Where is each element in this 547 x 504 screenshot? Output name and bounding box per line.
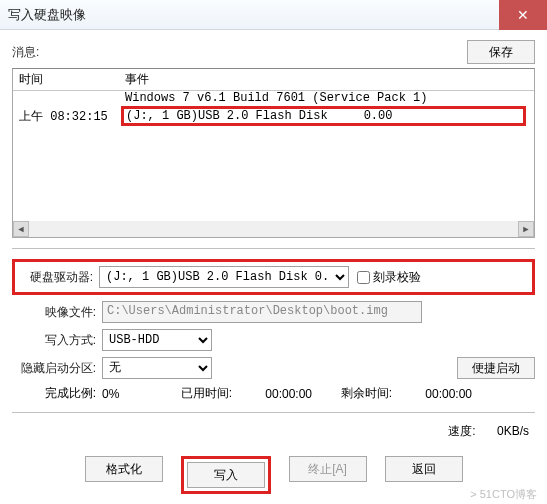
close-button[interactable]: ✕ — [499, 0, 547, 30]
method-label: 写入方式: — [12, 332, 102, 349]
speed-label: 速度: — [448, 424, 475, 438]
convenient-boot-button[interactable]: 便捷启动 — [457, 357, 535, 379]
form-area: 硬盘驱动器: (J:, 1 GB)USB 2.0 Flash Disk 0.00… — [12, 259, 535, 494]
drive-label: 硬盘驱动器: — [21, 269, 99, 286]
button-row: 格式化 写入 终止[A] 返回 — [12, 456, 535, 494]
write-highlight: 写入 — [181, 456, 271, 494]
log-time-cell: 上午 08:32:15 — [13, 108, 121, 125]
progress-row: 完成比例: 0% 已用时间: 00:00:00 剩余时间: 00:00:00 — [12, 385, 535, 402]
window-title: 写入硬盘映像 — [8, 6, 86, 24]
speed-value: 0KB/s — [479, 424, 529, 438]
method-row: 写入方式: USB-HDD — [12, 329, 535, 351]
format-button[interactable]: 格式化 — [85, 456, 163, 482]
percent-value: 0% — [102, 387, 172, 401]
drive-row: 硬盘驱动器: (J:, 1 GB)USB 2.0 Flash Disk 0.00… — [12, 259, 535, 295]
write-button[interactable]: 写入 — [187, 462, 265, 488]
scroll-track[interactable] — [29, 221, 518, 237]
back-button[interactable]: 返回 — [385, 456, 463, 482]
save-button[interactable]: 保存 — [467, 40, 535, 64]
log-event-cell: Windows 7 v6.1 Build 7601 (Service Pack … — [121, 91, 534, 105]
horizontal-scrollbar[interactable]: ◄ ► — [13, 221, 534, 237]
drive-select[interactable]: (J:, 1 GB)USB 2.0 Flash Disk 0.00 — [99, 266, 349, 288]
watermark: > 51CTO博客 — [470, 487, 537, 502]
log-rows: Windows 7 v6.1 Build 7601 (Service Pack … — [13, 91, 534, 127]
hidden-row: 隐藏启动分区: 无 便捷启动 — [12, 357, 535, 379]
log-header: 时间 事件 — [13, 69, 534, 91]
verify-checkbox-wrap[interactable]: 刻录校验 — [357, 269, 421, 286]
elapsed-label: 已用时间: — [172, 385, 232, 402]
log-row: Windows 7 v6.1 Build 7601 (Service Pack … — [13, 91, 534, 105]
remain-value: 00:00:00 — [392, 387, 472, 401]
verify-checkbox[interactable] — [357, 271, 370, 284]
divider — [12, 412, 535, 413]
image-path-field: C:\Users\Administrator\Desktop\boot.img — [102, 301, 422, 323]
scroll-left-icon[interactable]: ◄ — [13, 221, 29, 237]
image-label: 映像文件: — [12, 304, 102, 321]
info-row: 消息: 保存 — [12, 40, 535, 64]
hidden-select[interactable]: 无 — [102, 357, 212, 379]
remain-label: 剩余时间: — [312, 385, 392, 402]
close-icon: ✕ — [517, 7, 529, 23]
percent-label: 完成比例: — [12, 385, 102, 402]
titlebar: 写入硬盘映像 ✕ — [0, 0, 547, 30]
log-row: 上午 08:32:15 (J:, 1 GB)USB 2.0 Flash Disk… — [13, 105, 534, 127]
method-select[interactable]: USB-HDD — [102, 329, 212, 351]
log-col-event: 事件 — [121, 71, 534, 88]
divider — [12, 248, 535, 249]
log-col-time: 时间 — [13, 71, 121, 88]
log-listbox[interactable]: 时间 事件 Windows 7 v6.1 Build 7601 (Service… — [12, 68, 535, 238]
elapsed-value: 00:00:00 — [232, 387, 312, 401]
log-event-cell: (J:, 1 GB)USB 2.0 Flash Disk 0.00 — [121, 106, 526, 126]
dialog-body: 消息: 保存 时间 事件 Windows 7 v6.1 Build 7601 (… — [0, 30, 547, 504]
image-row: 映像文件: C:\Users\Administrator\Desktop\boo… — [12, 301, 535, 323]
scroll-right-icon[interactable]: ► — [518, 221, 534, 237]
speed-row: 速度: 0KB/s — [12, 423, 535, 440]
info-label: 消息: — [12, 44, 467, 61]
verify-label: 刻录校验 — [373, 269, 421, 286]
abort-button: 终止[A] — [289, 456, 367, 482]
hidden-label: 隐藏启动分区: — [12, 360, 102, 377]
